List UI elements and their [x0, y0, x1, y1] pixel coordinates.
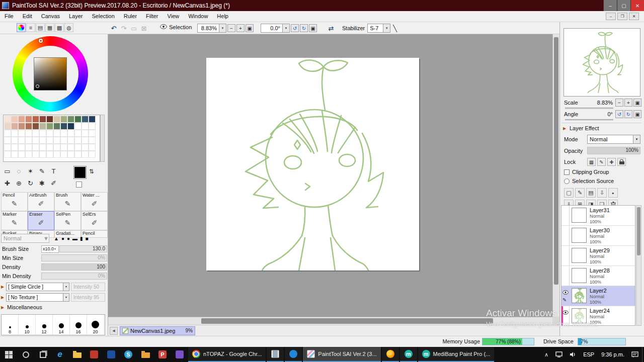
color-swatch[interactable]	[60, 137, 67, 144]
size-preset-20[interactable]: 20	[87, 315, 104, 335]
navigator-preview[interactable]	[564, 28, 640, 97]
minimize-button[interactable]: –	[603, 0, 617, 11]
color-swatch[interactable]	[4, 144, 11, 151]
chevron-down-icon[interactable]: ▼	[43, 235, 49, 241]
color-swatch[interactable]	[82, 130, 89, 137]
color-swatch[interactable]	[4, 116, 11, 123]
swap-colors-icon[interactable]: ⇅	[89, 168, 94, 175]
task-view-button[interactable]	[34, 347, 51, 362]
lasso-tool-icon[interactable]: ◌	[14, 166, 24, 176]
color-swatch[interactable]	[32, 116, 39, 123]
layer-list-scrollbar[interactable]	[636, 205, 641, 326]
min-density-slider[interactable]: 0%	[41, 273, 107, 280]
eye-icon[interactable]	[160, 24, 167, 30]
tool-pencil[interactable]: Pencil✎	[1, 192, 28, 211]
panel-tab-scratchpad[interactable]: ◍	[64, 23, 73, 32]
menu-view[interactable]: View	[163, 11, 184, 22]
stabilizer-combo[interactable]: S-7 ▼	[367, 24, 390, 33]
color-swatch[interactable]	[18, 116, 25, 123]
color-swatch[interactable]	[32, 137, 39, 144]
angle-reset-button[interactable]: ▣	[309, 24, 317, 32]
tip-shape-icon[interactable]: ■	[86, 236, 89, 241]
taskbar-button-chrome-window[interactable]: nTOPAZ - Google Chr...	[188, 347, 266, 362]
mdi-restore-button[interactable]: ❐	[617, 13, 627, 20]
menu-layer[interactable]: Layer	[64, 11, 88, 22]
color-swatch[interactable]	[32, 151, 39, 158]
zoom-out-button[interactable]: −	[227, 24, 235, 32]
layer-row-layer29[interactable]: Layer29Normal100%	[561, 246, 635, 266]
density-slider[interactable]: 100	[41, 263, 107, 270]
color-swatch[interactable]	[18, 137, 25, 144]
document-tab[interactable]: NewCanvas1.jpeg 9%	[120, 326, 195, 335]
taskbar-pinned-app-p-red[interactable]: P	[154, 347, 171, 362]
nav-angle-reset-button[interactable]: ▣	[633, 110, 641, 118]
color-swatch[interactable]	[89, 137, 96, 144]
brush-texture-combo[interactable]: [ No Texture ] ▼	[6, 293, 69, 302]
tool-eraser[interactable]: Eraser✐	[28, 211, 54, 230]
selection-source-row[interactable]: Selection Source	[564, 178, 640, 184]
color-swatch[interactable]	[11, 116, 18, 123]
tool-selpen[interactable]: SelPen✎	[54, 211, 81, 230]
tip-shape-icon[interactable]: ▲	[54, 236, 59, 241]
lock-option-icon[interactable]: ✚	[607, 158, 616, 166]
lock-option-icon[interactable]: ▦	[587, 158, 596, 166]
nav-rotate-ccw-button[interactable]: ↺	[615, 110, 623, 118]
color-swatch[interactable]	[25, 130, 32, 137]
color-swatch[interactable]	[18, 151, 25, 158]
color-swatch[interactable]	[74, 116, 82, 123]
lock-icon[interactable]	[617, 158, 626, 166]
rotate-tool-icon[interactable]: ↻	[25, 178, 36, 189]
zoom-fit-button[interactable]: ▣	[246, 24, 254, 32]
angle-slider[interactable]	[565, 119, 613, 121]
panel-tab-custom-swatches[interactable]: ▩	[55, 23, 64, 32]
color-swatch[interactable]	[39, 130, 46, 137]
rect-select-tool-icon[interactable]: ▭	[2, 166, 13, 176]
mdi-close-button[interactable]: ✕	[629, 13, 639, 20]
color-swatch[interactable]	[18, 130, 25, 137]
tool-selers[interactable]: SelErs✐	[81, 211, 108, 230]
color-swatch[interactable]	[46, 137, 53, 144]
color-swatch[interactable]	[11, 137, 18, 144]
rotate-ccw-button[interactable]: ↺	[291, 24, 299, 32]
swatch-scrollbar[interactable]	[100, 115, 105, 162]
size-preset-10[interactable]: 10	[19, 315, 36, 335]
clipping-group-checkbox[interactable]	[564, 169, 570, 175]
panel-tab-color-wheel[interactable]	[17, 23, 26, 32]
color-swatch[interactable]	[11, 130, 18, 137]
display-tray-icon[interactable]	[552, 347, 566, 362]
min-size-slider[interactable]: 0%	[41, 254, 107, 261]
color-swatch[interactable]	[53, 123, 60, 130]
color-swatch[interactable]	[67, 116, 74, 123]
text-tool-icon[interactable]: T	[48, 166, 59, 176]
color-swatch[interactable]	[67, 137, 74, 144]
color-swatch[interactable]	[82, 151, 89, 158]
color-swatch[interactable]	[60, 151, 67, 158]
taskbar-pinned-app-purple[interactable]	[171, 347, 188, 362]
color-swatch[interactable]	[39, 151, 46, 158]
tip-shape-icon[interactable]: ●	[67, 236, 70, 241]
color-swatch[interactable]	[82, 137, 89, 144]
angle-combo[interactable]: 0.0° ▼	[261, 24, 290, 33]
color-swatch[interactable]	[89, 123, 96, 130]
color-swatch[interactable]	[60, 123, 67, 130]
expander-icon[interactable]: ▶	[1, 295, 6, 300]
color-swatch[interactable]	[18, 144, 25, 151]
maximize-button[interactable]: ▢	[617, 0, 630, 11]
taskbar-pinned-app-navy[interactable]	[103, 347, 120, 362]
color-swatch[interactable]	[39, 116, 46, 123]
color-swatch[interactable]	[82, 116, 89, 123]
tool-water[interactable]: Water ...✐	[81, 192, 108, 211]
texture-intensity[interactable]: Intensity 95	[71, 293, 105, 302]
flip-horizontal-button[interactable]: ⇄	[326, 23, 336, 33]
search-button[interactable]	[17, 347, 34, 362]
taskbar-pinned-app-red[interactable]	[86, 347, 103, 362]
layer-row-layer31[interactable]: Layer31Normal100%	[561, 206, 635, 226]
zoom-combo[interactable]: 8.83% ▼	[197, 24, 226, 33]
taskbar-button-sai-window[interactable]: PaintTool SAI Ver.2 (3...	[303, 347, 380, 362]
miscellaneous-header[interactable]: ▶ Miscellaneous	[1, 304, 42, 310]
action-center-button[interactable]	[628, 347, 642, 362]
nav-rotate-cw-button[interactable]: ↻	[624, 110, 632, 118]
primary-color-swatch[interactable]	[73, 166, 87, 179]
eyedropper-tool-icon[interactable]: ✐	[48, 178, 59, 189]
color-swatch[interactable]	[53, 151, 60, 158]
